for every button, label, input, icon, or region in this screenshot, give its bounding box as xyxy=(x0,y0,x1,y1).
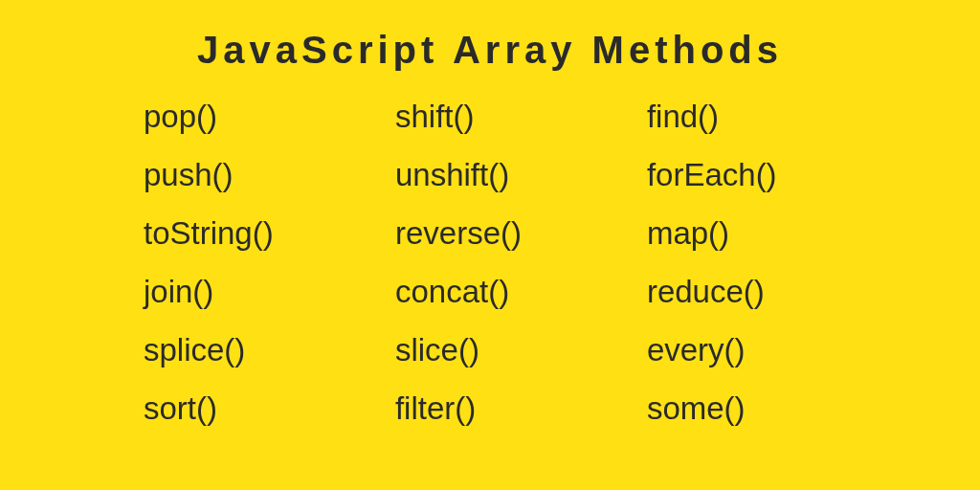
method-item: pop() xyxy=(144,100,371,132)
method-item: find() xyxy=(647,100,856,132)
method-item: filter() xyxy=(395,392,613,424)
method-item: shift() xyxy=(395,100,613,132)
method-item: sort() xyxy=(144,392,371,424)
method-item: reverse() xyxy=(395,217,613,249)
method-item: concat() xyxy=(395,276,613,307)
column-3: find() forEach() map() reduce() every() … xyxy=(628,100,856,424)
method-item: slice() xyxy=(395,334,613,366)
method-item: map() xyxy=(647,217,856,249)
method-item: reduce() xyxy=(647,276,856,307)
method-item: join() xyxy=(144,276,371,307)
column-2: shift() unshift() reverse() concat() sli… xyxy=(386,100,613,424)
slide-container: JavaScript Array Methods pop() push() to… xyxy=(0,0,980,490)
method-item: toString() xyxy=(144,217,371,249)
method-item: every() xyxy=(647,334,856,366)
method-item: forEach() xyxy=(647,159,856,190)
column-1: pop() push() toString() join() splice() … xyxy=(144,100,371,424)
method-item: some() xyxy=(647,392,856,424)
methods-grid: pop() push() toString() join() splice() … xyxy=(67,100,913,424)
method-item: splice() xyxy=(144,334,371,366)
method-item: unshift() xyxy=(395,159,613,190)
page-title: JavaScript Array Methods xyxy=(105,29,875,72)
method-item: push() xyxy=(144,159,371,190)
